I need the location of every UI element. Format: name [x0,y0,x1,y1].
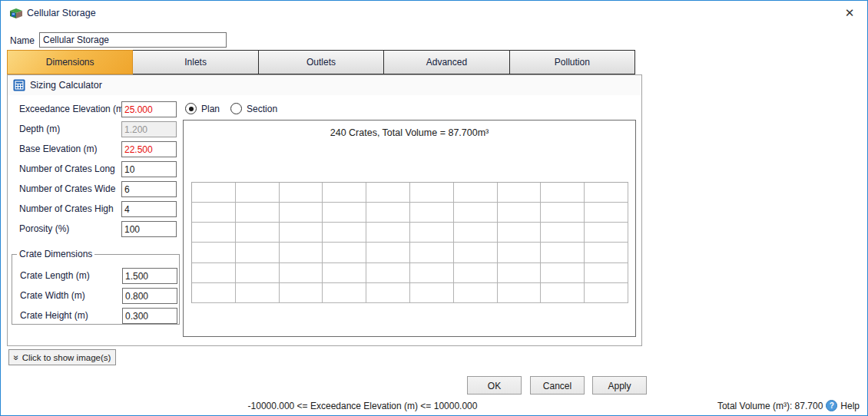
radio-plan-circle[interactable] [185,103,197,114]
crate-length-label: Crate Length (m) [20,268,90,283]
radio-section-circle[interactable] [230,103,242,114]
crate-cell [280,183,323,203]
crate-dimensions-group: Crate Dimensions Crate Length (m) Crate … [12,254,180,325]
tab-advanced[interactable]: Advanced [383,50,509,74]
crate-cell [236,223,280,243]
crate-cell [366,183,410,203]
double-chevron-down-icon: » [12,355,21,360]
status-bar: -10000.000 <= Exceedance Elevation (m) <… [2,398,866,414]
crate-cell [454,203,498,223]
exceedance-elevation-label: Exceedance Elevation (m) [19,101,127,117]
crate-cell [236,283,280,303]
show-images-label: Click to show image(s) [22,353,111,362]
crate-cell [366,223,410,243]
crate-cell [323,283,366,303]
crate-cell [236,183,280,203]
crates-wide-input[interactable] [121,181,177,197]
crate-cell [585,203,628,223]
crate-cell [280,283,323,303]
crate-cell [280,243,323,262]
crate-cell [454,263,498,283]
crate-cell [454,183,498,203]
crate-cell [410,223,454,243]
base-elevation-input[interactable] [121,141,177,157]
crates-wide-label: Number of Crates Wide [19,181,115,196]
crate-cell [280,263,323,283]
crate-cell [498,183,542,203]
crate-length-input[interactable] [122,268,177,284]
crate-height-label: Crate Height (m) [20,308,88,323]
calculator-icon [13,79,25,91]
crate-cell [541,223,585,243]
close-icon[interactable]: ✕ [840,4,859,22]
crate-grid [191,182,628,303]
crates-long-input[interactable] [121,161,177,177]
crates-high-input[interactable] [121,201,177,217]
crate-cell [541,183,585,203]
radio-section-label: Section [247,104,277,114]
crate-cell [280,223,323,243]
exceedance-elevation-input[interactable] [121,101,177,117]
crate-cell [323,203,366,223]
depth-input [121,121,177,137]
crate-cell [280,203,323,223]
status-right-group: Total Volume (m³): 87.700 ? Help [717,400,860,411]
name-label: Name [10,33,35,48]
ok-button[interactable]: OK [467,376,522,395]
crate-cell [585,243,628,262]
title-bar: Cellular Storage ✕ [2,2,866,25]
crate-cell [410,203,454,223]
crate-cell [498,243,542,262]
total-volume-text: Total Volume (m³): 87.700 [717,401,823,411]
window-title: Cellular Storage [27,2,96,25]
crate-width-input[interactable] [122,288,177,304]
crate-cell [323,263,366,283]
show-images-button[interactable]: » Click to show image(s) [8,349,116,365]
crate-cell [366,243,410,262]
crate-cell [541,283,585,303]
crate-cell [585,223,628,243]
apply-button[interactable]: Apply [592,376,647,395]
crate-cell [541,243,585,262]
storage-crate-icon [9,8,23,19]
crate-cell [236,243,280,262]
crate-cell [541,263,585,283]
crate-cell [410,283,454,303]
crate-cell [366,283,410,303]
crate-cell [236,263,280,283]
base-elevation-label: Base Elevation (m) [19,141,97,157]
cellular-storage-dialog: Cellular Storage ✕ Name Dimensions Inlet… [0,0,868,416]
porosity-input[interactable] [121,221,177,237]
crate-height-input[interactable] [122,308,177,324]
tab-dimensions[interactable]: Dimensions [7,50,133,74]
tab-inlets[interactable]: Inlets [132,50,258,74]
crates-long-label: Number of Crates Long [19,161,115,177]
crate-cell [192,183,236,203]
crate-cell [323,183,366,203]
crate-cell [323,243,366,262]
crate-cell [585,283,628,303]
help-icon[interactable]: ? [826,400,837,411]
tab-outlets[interactable]: Outlets [258,50,384,74]
crate-cell [498,283,542,303]
cancel-button[interactable]: Cancel [530,376,585,395]
radio-section[interactable]: Section [230,103,277,114]
crate-cell [585,183,628,203]
crate-cell [410,183,454,203]
radio-plan[interactable]: Plan [185,103,220,114]
radio-plan-label: Plan [201,104,220,114]
crate-cell [366,203,410,223]
crate-cell [236,203,280,223]
crate-cell [192,243,236,262]
crate-dimensions-legend: Crate Dimensions [17,249,94,259]
crate-cell [410,243,454,262]
crate-cell [498,263,542,283]
help-link[interactable]: Help [840,401,860,411]
crate-cell [192,203,236,223]
tab-pollution[interactable]: Pollution [509,50,635,74]
tab-strip: Dimensions Inlets Outlets Advanced Pollu… [7,50,635,74]
crates-high-label: Number of Crates High [19,201,114,216]
crate-cell [541,203,585,223]
name-input[interactable] [39,32,227,48]
crate-cell [498,223,542,243]
